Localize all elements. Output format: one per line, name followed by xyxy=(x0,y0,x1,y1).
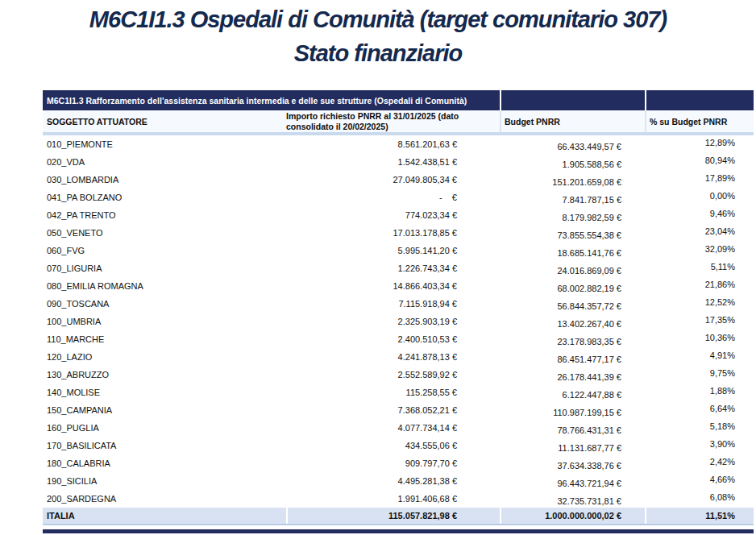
budget-cell: 151.201.659,08 € xyxy=(500,177,645,187)
region-cell: 130_ABRUZZO xyxy=(43,370,286,379)
pct-cell: 4,66% xyxy=(645,475,754,484)
region-cell: 090_TOSCANA xyxy=(43,299,286,309)
table-row: 060_FVG5.995.141,20 €18.685.141,76 €32,0… xyxy=(43,242,754,259)
pct-cell: 32,09% xyxy=(645,244,754,254)
pct-cell: 12,89% xyxy=(645,138,754,147)
region-cell: 190_SICILIA xyxy=(43,476,286,486)
table-row: 050_VENETO17.013.178,85 €73.855.554,38 €… xyxy=(43,224,754,242)
total-pct-cell: 11,51% xyxy=(645,508,754,524)
region-cell: 050_VENETO xyxy=(43,228,286,238)
table-row: 160_PUGLIA4.077.734,14 €78.766.431,31 €5… xyxy=(43,419,754,437)
region-cell: 120_LAZIO xyxy=(43,352,286,362)
budget-cell: 7.841.787,15 € xyxy=(500,195,645,205)
budget-cell: 1.905.588,56 € xyxy=(500,160,645,169)
budget-cell: 110.987.199,15 € xyxy=(500,408,645,417)
total-region-cell: ITALIA xyxy=(43,508,286,524)
table-row: 041_PA BOLZANO- €7.841.787,15 €0,00% xyxy=(43,189,754,206)
region-cell: 020_VDA xyxy=(43,157,286,167)
importo-cell: 17.013.178,85 € xyxy=(286,228,500,238)
financial-table: M6C1I1.3 Rafforzamento dell'assistenza s… xyxy=(43,90,754,533)
importo-cell: 4.077.734,14 € xyxy=(286,423,500,433)
table-header-row: SOGGETTO ATTUATORE Importo richiesto PNR… xyxy=(43,110,754,135)
pct-cell: 6,64% xyxy=(645,404,754,413)
table-row: 170_BASILICATA434.555,06 €11.131.687,77 … xyxy=(43,437,754,454)
pct-cell: 9,75% xyxy=(645,368,754,378)
importo-cell: 1.991.406,68 € xyxy=(286,494,500,504)
region-cell: 060_FVG xyxy=(43,246,286,255)
region-cell: 150_CAMPANIA xyxy=(43,405,286,415)
pct-cell: 5,11% xyxy=(645,262,754,272)
table-row: 190_SICILIA4.495.281,38 €96.443.721,94 €… xyxy=(43,472,754,490)
table-row: 042_PA TRENTO774.023,34 €8.179.982,59 €9… xyxy=(43,206,754,224)
pct-cell: 21,86% xyxy=(645,280,754,289)
region-cell: 041_PA BOLZANO xyxy=(43,193,286,202)
table-row: 200_SARDEGNA1.991.406,68 €32.735.731,81 … xyxy=(43,490,754,508)
importo-cell: - € xyxy=(286,193,500,202)
table-row: 130_ABRUZZO2.552.589,92 €26.178.441,39 €… xyxy=(43,366,754,384)
pct-cell: 2,42% xyxy=(645,457,754,467)
table-body: 010_PIEMONTE8.561.201,63 €66.433.449,57 … xyxy=(43,135,754,508)
table-row: 180_CALABRIA909.797,70 €37.634.338,76 €2… xyxy=(43,454,754,472)
importo-cell: 7.115.918,94 € xyxy=(286,299,500,309)
importo-cell: 7.368.052,21 € xyxy=(286,405,500,415)
region-cell: 100_UMBRIA xyxy=(43,317,286,326)
pct-cell: 0,00% xyxy=(645,191,754,201)
total-row: ITALIA 115.057.821,98 € 1.000.000.000,02… xyxy=(43,508,754,525)
total-importo-cell: 115.057.821,98 € xyxy=(286,508,500,524)
budget-cell: 32.735.731,81 € xyxy=(500,496,645,506)
region-cell: 010_PIEMONTE xyxy=(43,139,286,149)
importo-cell: 1.226.743,34 € xyxy=(286,263,500,273)
table-banner-title: M6C1I1.3 Rafforzamento dell'assistenza s… xyxy=(43,90,500,110)
importo-cell: 115.258,55 € xyxy=(286,388,500,397)
budget-cell: 26.178.441,39 € xyxy=(500,372,645,382)
budget-cell: 24.016.869,09 € xyxy=(500,266,645,276)
table-row: 020_VDA1.542.438,51 €1.905.588,56 €80,94… xyxy=(43,153,754,171)
budget-cell: 78.766.431,31 € xyxy=(500,425,645,435)
importo-cell: 14.866.403,34 € xyxy=(286,281,500,291)
region-cell: 160_PUGLIA xyxy=(43,423,286,433)
table-row: 150_CAMPANIA7.368.052,21 €110.987.199,15… xyxy=(43,401,754,419)
table-row: 110_MARCHE2.400.510,53 €23.178.983,35 €1… xyxy=(43,330,754,348)
region-cell: 170_BASILICATA xyxy=(43,441,286,450)
table-banner-empty-cell xyxy=(500,90,645,110)
pct-cell: 17,35% xyxy=(645,315,754,325)
region-cell: 030_LOMBARDIA xyxy=(43,175,286,185)
table-row: 080_EMILIA ROMAGNA14.866.403,34 €68.002.… xyxy=(43,277,754,295)
pct-cell: 12,52% xyxy=(645,297,754,307)
importo-cell: 1.542.438,51 € xyxy=(286,157,500,167)
column-header-budget: Budget PNRR xyxy=(500,110,645,132)
region-cell: 070_LIGURIA xyxy=(43,263,286,273)
pct-cell: 5,18% xyxy=(645,421,754,431)
importo-cell: 4.241.878,13 € xyxy=(286,352,500,362)
table-row: 010_PIEMONTE8.561.201,63 €66.433.449,57 … xyxy=(43,135,754,153)
table-row: 100_UMBRIA2.325.903,19 €13.402.267,40 €1… xyxy=(43,313,754,330)
column-header-importo: Importo richiesto PNRR al 31/01/2025 (da… xyxy=(286,110,500,132)
importo-cell: 434.555,06 € xyxy=(286,441,500,450)
importo-cell: 5.995.141,20 € xyxy=(286,246,500,255)
table-banner: M6C1I1.3 Rafforzamento dell'assistenza s… xyxy=(43,90,754,110)
budget-cell: 6.122.447,88 € xyxy=(500,390,645,400)
budget-cell: 8.179.982,59 € xyxy=(500,213,645,222)
region-cell: 140_MOLISE xyxy=(43,388,286,397)
budget-cell: 18.685.141,76 € xyxy=(500,248,645,258)
importo-cell: 27.049.805,34 € xyxy=(286,175,500,185)
column-header-percent: % su Budget PNRR xyxy=(645,110,754,132)
importo-cell: 774.023,34 € xyxy=(286,210,500,220)
region-cell: 200_SARDEGNA xyxy=(43,494,286,504)
importo-cell: 2.400.510,53 € xyxy=(286,334,500,344)
importo-cell: 2.325.903,19 € xyxy=(286,317,500,326)
table-row: 090_TOSCANA7.115.918,94 €56.844.357,72 €… xyxy=(43,295,754,313)
budget-cell: 66.433.449,57 € xyxy=(500,142,645,151)
pct-cell: 17,89% xyxy=(645,173,754,183)
pct-cell: 6,08% xyxy=(645,492,754,502)
region-cell: 180_CALABRIA xyxy=(43,458,286,468)
pct-cell: 4,91% xyxy=(645,350,754,360)
table-row: 070_LIGURIA1.226.743,34 €24.016.869,09 €… xyxy=(43,259,754,277)
region-cell: 110_MARCHE xyxy=(43,334,286,344)
importo-cell: 2.552.589,92 € xyxy=(286,370,500,379)
pct-cell: 10,36% xyxy=(645,333,754,342)
importo-cell: 4.495.281,38 € xyxy=(286,476,500,486)
budget-cell: 23.178.983,35 € xyxy=(500,337,645,346)
table-row: 120_LAZIO4.241.878,13 €86.451.477,17 €4,… xyxy=(43,348,754,366)
bottom-divider-bar xyxy=(43,529,754,533)
